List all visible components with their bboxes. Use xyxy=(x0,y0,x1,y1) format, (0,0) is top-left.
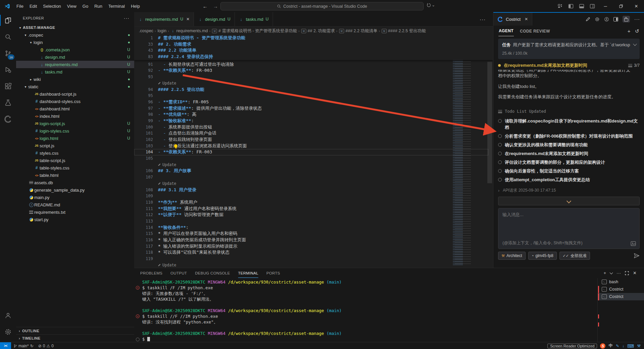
tree-row[interactable]: # login-styles.css U xyxy=(16,127,134,135)
editor-code-area[interactable]: 1 # 需求规格说明书 - 资产管理系统登录功能 33 ## 2. 功能需求 4… xyxy=(134,35,493,268)
history-icon[interactable]: ↺ xyxy=(635,28,639,34)
mode-chip[interactable]: ✓✓ 全部批准 xyxy=(559,252,590,260)
terminal-more-icon[interactable]: ··· xyxy=(616,270,621,276)
tree-row[interactable]: <> login.html U xyxy=(16,135,134,142)
minimap[interactable] xyxy=(452,50,474,265)
ime-pen-icon[interactable]: ✎ xyxy=(616,344,619,348)
tree-row[interactable]: i README.md xyxy=(16,201,134,208)
panel-more-icon[interactable]: ··· xyxy=(634,16,640,22)
costrict-icon[interactable] xyxy=(0,111,16,127)
close-window-button[interactable]: ✕ xyxy=(629,0,644,12)
terminal-instance-row[interactable]: >_ Costrict xyxy=(598,286,644,293)
tree-row[interactable]: ▾ static ● xyxy=(16,83,134,90)
testing-icon[interactable] xyxy=(0,94,16,111)
tree-row[interactable]: ▸ wiki ● xyxy=(16,76,134,83)
todo-item[interactable]: 确认变更涉及的模块和需要调整的现有功能 xyxy=(498,142,640,148)
problems-item[interactable]: ⊘0 ⚠0 xyxy=(36,342,56,349)
tree-row[interactable]: requirements.txt xyxy=(16,208,134,216)
panel-tab[interactable]: TERMINAL xyxy=(238,269,259,278)
tree-row[interactable]: # dashboard-styles.css xyxy=(16,98,134,105)
tab-code-review[interactable]: CODE REVIEW xyxy=(520,29,550,34)
tree-row[interactable]: main.py xyxy=(16,194,134,201)
new-terminal-icon[interactable]: + xyxy=(604,270,606,276)
editor-tab[interactable]: ↓ requirements.md U ✕ xyxy=(134,12,194,26)
tree-row[interactable]: ▾ .cospec ● xyxy=(16,31,134,39)
editor-scrollbar[interactable] xyxy=(487,62,492,183)
accounts-icon[interactable] xyxy=(0,307,16,323)
maximize-panel-icon[interactable] xyxy=(625,271,629,275)
split-view-icon[interactable] xyxy=(613,17,618,21)
screen-reader-item[interactable]: Screen Reader Optimized xyxy=(547,344,597,348)
collapse-bar[interactable] xyxy=(498,197,640,205)
ime-keyboard-icon[interactable]: ⌨ xyxy=(627,343,634,349)
breadcrumb-item[interactable]: M .cospec › xyxy=(139,29,156,33)
extensions-icon[interactable] xyxy=(0,78,16,94)
menu-item[interactable]: Selection xyxy=(40,2,64,10)
menu-item[interactable]: Help xyxy=(128,2,143,10)
settings-gear-icon[interactable] xyxy=(0,323,16,340)
settings-icon[interactable] xyxy=(595,17,600,22)
menu-item[interactable]: Run xyxy=(91,2,105,10)
ime-download-icon[interactable]: ↓ xyxy=(622,344,624,348)
tree-row[interactable]: ↓ requirements.md U xyxy=(16,61,134,68)
tree-row[interactable]: # styles.css xyxy=(16,149,134,157)
editor-tab[interactable]: ↓ tasks.md U xyxy=(235,12,273,26)
minimize-button[interactable]: ─ xyxy=(598,0,613,12)
terminal-instance-row[interactable]: >_ bash xyxy=(598,278,644,286)
breadcrumb-item[interactable]: M ### 2.2 功能清单 › xyxy=(339,28,380,34)
editor-actions-more-icon[interactable]: ··· xyxy=(480,12,493,26)
layout-profile-button[interactable]: ⌄ xyxy=(427,3,435,7)
menu-item[interactable]: Terminal xyxy=(105,2,128,10)
tree-row[interactable]: # table-styles.css xyxy=(16,164,134,171)
source-control-icon[interactable]: 16 xyxy=(0,45,16,61)
breadcrumb-item[interactable]: M #### 2.2.5 登出功能 › xyxy=(382,28,426,34)
toggle-secondary-sidebar-icon[interactable] xyxy=(590,4,595,8)
toggle-panel-icon[interactable] xyxy=(579,4,584,8)
panel-tab[interactable]: PROBLEMS xyxy=(140,271,162,275)
tree-row[interactable]: <> dashboard.html xyxy=(16,105,134,112)
tree-row[interactable]: <> index.html xyxy=(16,112,134,120)
costrict-panel-tab[interactable]: Costrict ✕ xyxy=(493,13,532,26)
ime-language-indicator[interactable]: 中 xyxy=(608,343,613,349)
search-icon[interactable] xyxy=(0,29,16,45)
run-debug-icon[interactable] xyxy=(0,61,16,78)
new-task-icon[interactable]: + xyxy=(628,28,631,34)
terminal-output[interactable]: SXF-Admin@SK-20250928DKTC MINGW64 /d/wor… xyxy=(134,279,597,342)
panel-close-icon[interactable]: ✕ xyxy=(525,17,528,21)
lock-icon[interactable] xyxy=(623,16,630,22)
tree-row[interactable]: start.py xyxy=(16,216,134,223)
current-step-row[interactable]: 在requirements.md末尾添加文档更新时间 3/7 xyxy=(498,62,640,68)
tree-row[interactable]: ▾ login ● xyxy=(16,39,134,46)
customize-layout-icon[interactable] xyxy=(558,4,563,8)
tree-row[interactable]: JS login-script.js U xyxy=(16,120,134,127)
git-branch-item[interactable]: main* ↻ xyxy=(11,342,36,349)
attach-image-icon[interactable] xyxy=(631,241,636,246)
todo-item[interactable]: 确保向后兼容性，制定适当的迁移方案 xyxy=(498,168,640,174)
breadcrumb-item[interactable]: ↓ requirements.md › xyxy=(171,29,210,33)
menu-item[interactable]: Go xyxy=(79,2,91,10)
restore-button[interactable] xyxy=(613,0,629,12)
mode-chip[interactable]: ◔ glm45-fp8 xyxy=(528,252,557,260)
tab-close-icon[interactable]: ✕ xyxy=(186,17,190,21)
edit-icon[interactable] xyxy=(586,17,590,21)
tree-row[interactable]: JS table-script.js xyxy=(16,157,134,164)
todo-item[interactable]: 使用attempt_completion工具提供变更总结 xyxy=(498,177,640,183)
tree-row[interactable]: assets.db xyxy=(16,179,134,186)
remote-indicator[interactable]: >< xyxy=(0,342,11,349)
tree-row[interactable]: generate_sample_data.py xyxy=(16,186,134,194)
terminal-profile-chevron-icon[interactable] xyxy=(610,271,613,274)
breadcrumb-item[interactable]: M login › xyxy=(158,29,169,33)
panel-tab[interactable]: DEBUG CONSOLE xyxy=(195,271,230,275)
todo-item[interactable]: 分析需求变更（删除FR-006权限控制需求）对现有设计的影响范围 xyxy=(498,133,640,139)
tree-row[interactable]: ▾ ASSET-MANAGE xyxy=(16,24,134,31)
breadcrumb-item[interactable]: M # 需求规格说明书 - 资产管理系统登录功能 › xyxy=(212,28,300,34)
tree-row[interactable]: JS script.js xyxy=(16,142,134,149)
api-request-row[interactable]: ›API请求 2025-09-30 17:47:15 xyxy=(498,188,640,193)
tree-row[interactable]: {} .cometa.json U xyxy=(16,46,134,53)
menu-item[interactable]: View xyxy=(64,2,79,10)
mode-chip[interactable]: ⚒ Architect xyxy=(498,252,526,260)
timeline-section[interactable]: ›TIMELINE xyxy=(16,334,134,342)
account-icon[interactable] xyxy=(604,17,609,22)
nav-forward-button[interactable]: → xyxy=(213,3,218,9)
menu-item[interactable]: File xyxy=(13,2,26,10)
